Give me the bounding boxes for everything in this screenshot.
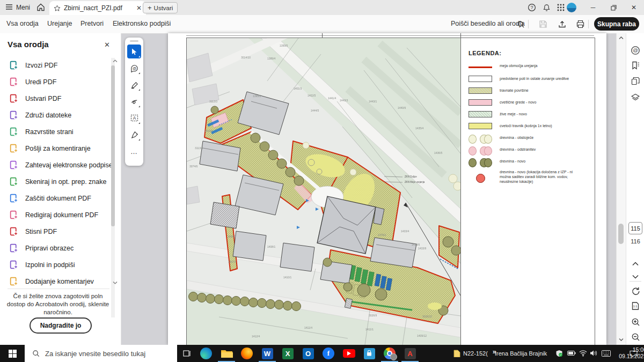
select-tool[interactable] (127, 45, 141, 58)
start-button[interactable] (0, 345, 25, 362)
notifications-bell-icon[interactable] (539, 2, 553, 13)
create-tab-button[interactable]: + Ustvari (143, 2, 178, 13)
taskbar-app-store[interactable] (359, 345, 379, 362)
tab-close-icon[interactable]: ✕ (136, 4, 142, 12)
sidebar-item-add-comments[interactable]: Dodajanje komentarjev (0, 273, 111, 290)
document-scrollbar[interactable] (616, 33, 626, 345)
bookmarks-icon[interactable] (630, 60, 641, 71)
document-tab[interactable]: Zbirni_nacrt_PZI.pdf ✕ (49, 1, 146, 15)
tray-document[interactable]: N22-152( » (453, 345, 496, 362)
window-minimize-button[interactable]: ─ (583, 0, 603, 15)
share-button[interactable]: Skupna raba (594, 17, 639, 31)
defender-icon[interactable] (555, 350, 563, 357)
wifi-icon[interactable] (579, 350, 587, 357)
taskbar-app-firefox[interactable] (237, 345, 257, 362)
scroll-up-icon[interactable] (113, 59, 118, 63)
taskbar-app-word[interactable]: W (257, 345, 277, 362)
signature-tool[interactable] (127, 128, 141, 142)
speaker-icon[interactable] (590, 350, 598, 357)
next-page-number[interactable]: 116 (626, 238, 644, 245)
upgrade-button[interactable]: Nadgradite jo (30, 317, 92, 334)
prepare-form-icon (9, 243, 18, 253)
print-icon[interactable] (573, 19, 587, 29)
sidebar-item-compress-pdf[interactable]: Stisni PDF (0, 223, 111, 240)
battery-icon[interactable] (567, 350, 576, 356)
text-box-tool[interactable]: A (127, 111, 141, 125)
legend-item-label: cvetlične grede - novo (500, 100, 580, 105)
zoom-in-icon[interactable] (630, 316, 641, 327)
layers-icon[interactable] (630, 92, 641, 103)
taskbar-app-explorer[interactable] (216, 345, 237, 362)
star-icon[interactable] (54, 5, 61, 12)
app-grid-icon[interactable] (554, 2, 568, 13)
taskbar-app-edge[interactable] (196, 345, 216, 362)
sidebar-item-organize-pages[interactable]: Razvrstite strani (0, 123, 111, 140)
share-upload-icon[interactable] (555, 19, 569, 29)
comment-tool[interactable]: @ (127, 61, 141, 75)
menu-button[interactable]: Meni (16, 4, 30, 11)
action-center-icon[interactable] (630, 350, 638, 357)
site-plan-map[interactable]: 1399/53014/101389/41401/31402/51441/4144… (187, 38, 460, 345)
taskbar-app-outlook[interactable]: O (298, 345, 318, 362)
sidebar-item-fill-sign[interactable]: Izpolni in podpiši (0, 256, 111, 273)
home-icon[interactable] (36, 3, 45, 11)
sidebar-item-scan-ocr[interactable]: Skeniraj in opt. prep. znake (0, 173, 111, 190)
sidebar-item-label: Stisni PDF (25, 228, 57, 235)
scroll-up-icon[interactable] (619, 36, 624, 40)
svg-text:1433/4: 1433/4 (401, 230, 409, 233)
menu-all-tools[interactable]: Vsa orodja (6, 20, 39, 27)
sidebar-item-edit-pdf[interactable]: Uredi PDF (0, 73, 111, 90)
menu-edit[interactable]: Urejanje (47, 20, 72, 27)
save-icon[interactable] (536, 19, 550, 29)
hamburger-menu-icon[interactable] (5, 4, 13, 10)
sidebar-item-create-pdf[interactable]: Ustvari PDF (0, 90, 111, 107)
taskbar-search[interactable]: Za iskanje vnesite besedilo tukaj (25, 345, 177, 362)
send-for-comments-icon (9, 144, 18, 153)
rotate-page-icon[interactable] (630, 285, 641, 296)
task-view-button[interactable] (178, 345, 195, 362)
search-icon[interactable] (514, 19, 528, 29)
scroll-down-icon[interactable] (619, 338, 624, 342)
sidebar-item-send-for-comments[interactable]: Pošlji za komentiranje (0, 140, 111, 157)
svg-text:1433/9: 1433/9 (418, 247, 427, 250)
sidebar-item-protect-pdf[interactable]: Zaščiti dokument PDF (0, 190, 111, 206)
taskbar-app-acrobat[interactable]: A (400, 345, 420, 362)
next-page-icon[interactable] (630, 271, 641, 282)
zoom-out-icon[interactable] (630, 331, 641, 342)
taskbar-app-facebook[interactable]: f (318, 345, 339, 362)
current-page-indicator[interactable]: 115 (628, 222, 642, 234)
comments-at-icon[interactable]: @ (630, 45, 641, 56)
scroll-down-icon[interactable] (113, 281, 118, 285)
help-icon[interactable]: ? (525, 2, 539, 13)
sidebar-item-combine-files[interactable]: Združi datoteke (0, 107, 111, 123)
window-close-button[interactable]: ✕ (624, 0, 644, 15)
highlight-tool[interactable] (127, 78, 141, 92)
menu-esign[interactable]: Elektronsko podpiši (113, 20, 171, 27)
legend-item: cvetlične grede - novo (469, 99, 580, 106)
legend-item: cvetoči travnik (košnja 1x letno) (469, 123, 580, 129)
scrollbar-thumb[interactable] (618, 224, 624, 244)
fit-page-icon[interactable]: 1:1 (630, 300, 641, 311)
taskbar-app-youtube[interactable] (339, 345, 359, 362)
page-thumbnails-icon[interactable] (630, 76, 641, 86)
svg-text:@: @ (132, 66, 136, 70)
input-language-user[interactable]: Irena Bačlija Brajnik (495, 350, 547, 357)
sidebar-item-request-signatures[interactable]: Zahtevaj elektronske podpise (0, 157, 111, 173)
sidebar-item-redact-pdf[interactable]: Redigiraj dokument PDF (0, 206, 111, 223)
taskbar-app-chrome[interactable] (379, 345, 400, 362)
title-bar: Meni Zbirni_nacrt_PZI.pdf ✕ + Ustvari ? … (0, 0, 644, 16)
sidebar-item-prepare-form[interactable]: Pripravi obrazec (0, 240, 111, 256)
draw-tool[interactable] (127, 94, 141, 108)
drag-handle[interactable] (130, 40, 138, 42)
touch-keyboard-icon[interactable] (602, 350, 611, 357)
sidebar-item-export-pdf[interactable]: Izvozi PDF (0, 57, 111, 73)
taskbar-app-excel[interactable]: X (277, 345, 298, 362)
menu-convert[interactable]: Pretvori (80, 20, 104, 27)
panel-title: Vsa orodja (8, 40, 49, 49)
sidebar-scrollbar[interactable] (111, 58, 115, 317)
more-tools[interactable]: … (127, 144, 141, 158)
panel-close-icon[interactable]: ✕ (104, 41, 110, 49)
window-restore-button[interactable] (603, 0, 624, 15)
previous-page-icon[interactable] (630, 258, 641, 269)
user-avatar[interactable] (567, 3, 576, 12)
